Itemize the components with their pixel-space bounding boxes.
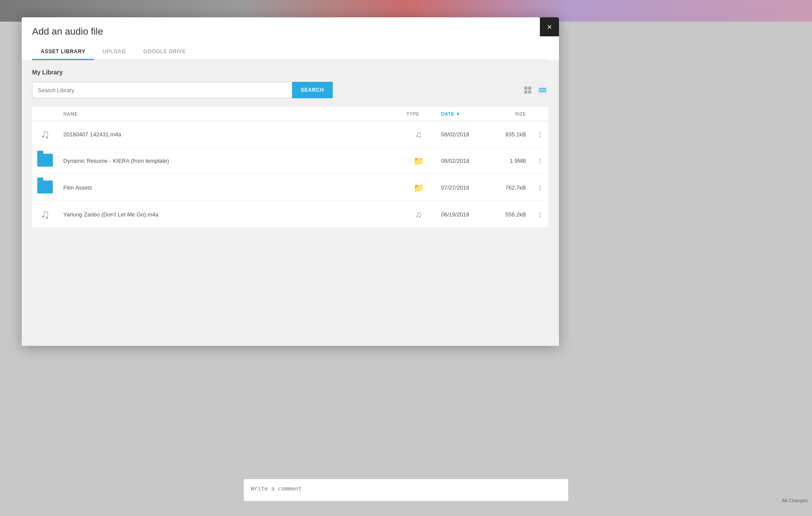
type-music-icon: ♫ [416,210,422,219]
file-name: Yarlung Zanbo (Don't Let Me Go).m4a [63,211,159,218]
file-icon-cell [32,148,58,174]
th-size: SIZE [488,107,531,121]
comment-area [244,479,568,503]
file-size-cell: 762.7kB [488,174,531,201]
close-button[interactable]: × [540,17,559,36]
list-view-button[interactable] [536,84,549,96]
file-size-cell: 835.1kB [488,121,531,148]
file-type-cell: ♫ [401,121,436,148]
view-toggle [522,84,549,96]
search-input[interactable] [32,82,292,98]
file-table: NAME TYPE DATE ▼ SIZE ♫20180407 142431.m… [32,107,549,227]
type-folder-icon: 📁 [413,183,424,193]
file-icon-cell [32,174,58,201]
th-date[interactable]: DATE ▼ [436,107,488,121]
search-button[interactable]: SEARCH [292,82,333,98]
music-note-icon: ♫ [41,127,50,141]
th-icon [32,107,58,121]
table-row[interactable]: ♫20180407 142431.m4a♫08/02/2018835.1kB⋮ [32,121,549,148]
tab-bar: ASSET LIBRARY UPLOAD GOOGLE DRIVE [32,44,549,60]
tab-asset-library[interactable]: ASSET LIBRARY [32,44,94,60]
autosave-label: All Changes [782,498,808,503]
file-type-cell: 📁 [401,174,436,201]
file-size-cell: 1.9MB [488,148,531,174]
file-name-cell: 20180407 142431.m4a [58,121,401,148]
th-type: TYPE [401,107,436,121]
file-table-body: ♫20180407 142431.m4a♫08/02/2018835.1kB⋮D… [32,121,549,228]
comment-input[interactable] [244,479,568,501]
add-audio-modal: × Add an audio file ASSET LIBRARY UPLOAD… [22,17,559,346]
file-name-cell: Yarlung Zanbo (Don't Let Me Go).m4a [58,201,401,228]
folder-icon [37,181,53,194]
close-icon: × [547,22,552,32]
file-date-cell: 07/27/2018 [436,174,488,201]
file-name: Dynamic Resume - KIERA (from template) [63,158,169,164]
table-row[interactable]: ♫Yarlung Zanbo (Don't Let Me Go).m4a♫06/… [32,201,549,228]
modal-title: Add an audio file [32,26,549,37]
modal-header: Add an audio file ASSET LIBRARY UPLOAD G… [22,17,559,60]
tab-google-drive[interactable]: GOOGLE DRIVE [134,44,195,60]
type-folder-icon: 📁 [413,156,424,166]
type-music-icon: ♫ [416,129,422,139]
grid-icon [524,87,531,94]
th-actions [531,107,549,121]
file-type-cell: ♫ [401,201,436,228]
table-row[interactable]: Dynamic Resume - KIERA (from template)📁0… [32,148,549,174]
file-name: 20180407 142431.m4a [63,131,121,138]
file-icon-cell: ♫ [32,201,58,228]
file-actions-cell[interactable]: ⋮ [531,148,549,174]
autosave-text: All Changes [782,498,808,503]
search-row: SEARCH [32,82,549,98]
file-name: Film Assets [63,184,92,191]
music-note-icon: ♫ [41,207,50,221]
file-type-cell: 📁 [401,148,436,174]
file-date-cell: 06/19/2018 [436,201,488,228]
modal-content: My Library SEARCH [22,60,559,346]
list-icon [539,87,546,93]
folder-icon [37,154,53,167]
file-date-cell: 08/02/2018 [436,148,488,174]
sort-arrow-icon: ▼ [456,111,461,116]
file-name-cell: Film Assets [58,174,401,201]
file-date-cell: 08/02/2018 [436,121,488,148]
th-name: NAME [58,107,401,121]
library-title: My Library [32,69,549,76]
file-name-cell: Dynamic Resume - KIERA (from template) [58,148,401,174]
grid-view-button[interactable] [522,84,534,96]
file-actions-cell[interactable]: ⋮ [531,121,549,148]
file-actions-cell[interactable]: ⋮ [531,174,549,201]
file-actions-cell[interactable]: ⋮ [531,201,549,228]
table-header-row: NAME TYPE DATE ▼ SIZE [32,107,549,121]
table-row[interactable]: Film Assets📁07/27/2018762.7kB⋮ [32,174,549,201]
file-size-cell: 556.2kB [488,201,531,228]
file-icon-cell: ♫ [32,121,58,148]
tab-upload[interactable]: UPLOAD [94,44,135,60]
